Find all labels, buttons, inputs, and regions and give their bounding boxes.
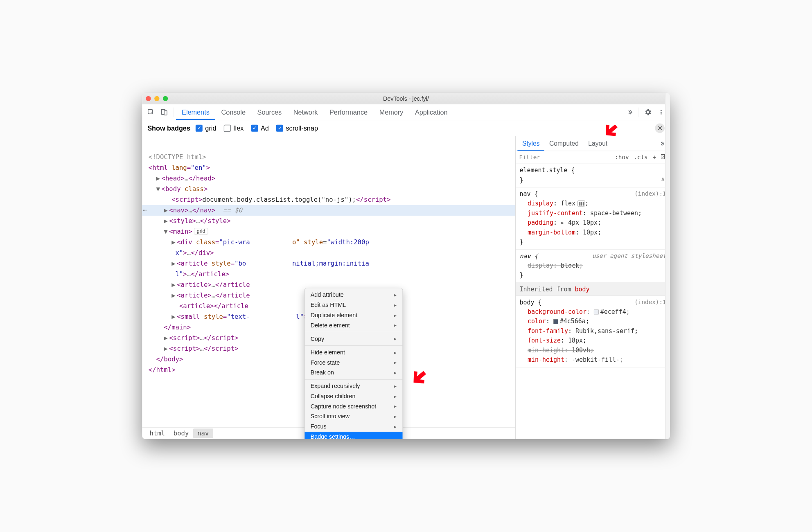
titlebar: DevTools - jec.fyi/ xyxy=(142,93,670,104)
svg-point-5 xyxy=(661,113,662,115)
tab-console[interactable]: Console xyxy=(215,104,251,120)
menu-item-duplicate-element[interactable]: Duplicate element xyxy=(304,310,402,320)
elements-panel: <!DOCTYPE html> <html lang="en"> ▶<head>… xyxy=(142,136,516,439)
badge-toggle-flex[interactable]: flex xyxy=(224,124,244,132)
menu-item-copy[interactable]: Copy xyxy=(304,334,402,344)
tab-application[interactable]: Application xyxy=(409,104,453,120)
more-tabs-icon[interactable] xyxy=(624,106,636,118)
cls-toggle[interactable]: .cls xyxy=(634,154,647,160)
inspect-element-icon[interactable] xyxy=(145,106,157,118)
menu-item-add-attribute[interactable]: Add attribute xyxy=(304,290,402,300)
menu-item-scroll-into-view[interactable]: Scroll into view xyxy=(304,412,402,422)
menu-item-force-state[interactable]: Force state xyxy=(304,358,402,368)
device-toggle-icon[interactable] xyxy=(158,106,170,118)
tab-sources[interactable]: Sources xyxy=(251,104,287,120)
devtools-window: DevTools - jec.fyi/ ElementsConsoleSourc… xyxy=(142,93,670,439)
hov-toggle[interactable]: :hov xyxy=(615,154,629,160)
menu-item-delete-element[interactable]: Delete element xyxy=(304,320,402,331)
badge-toggle-grid[interactable]: ✓grid xyxy=(196,124,216,132)
menu-item-expand-recursively[interactable]: Expand recursively xyxy=(304,381,402,391)
tabs: ElementsConsoleSourcesNetworkPerformance… xyxy=(176,104,623,120)
styles-sidebar: Styles Computed Layout :hov .cls + e xyxy=(516,136,670,439)
css-rule[interactable]: user agent stylesheetnav {display: block… xyxy=(516,250,670,283)
menu-item-break-on[interactable]: Break on xyxy=(304,367,402,378)
tab-elements[interactable]: Elements xyxy=(176,104,215,120)
menu-item-capture-node-screenshot[interactable]: Capture node screenshot xyxy=(304,401,402,412)
close-badge-bar-button[interactable]: ✕ xyxy=(655,123,664,133)
doctype-line: <!DOCTYPE html> xyxy=(149,153,206,160)
svg-point-3 xyxy=(661,110,662,111)
main-split: <!DOCTYPE html> <html lang="en"> ▶<head>… xyxy=(142,136,670,439)
tab-computed[interactable]: Computed xyxy=(544,136,583,151)
css-rule[interactable]: element.style {AA} xyxy=(516,164,670,187)
styles-filter-bar: :hov .cls + xyxy=(516,151,670,164)
annotation-arrow-icon xyxy=(601,121,620,140)
flex-layout-icon[interactable] xyxy=(577,201,585,206)
menu-item-badge-settings[interactable]: Badge settings… xyxy=(304,432,402,439)
crumb-nav[interactable]: nav xyxy=(193,428,213,438)
menu-item-edit-as-html[interactable]: Edit as HTML xyxy=(304,300,402,310)
css-rule[interactable]: (index):1body {background-color: #eceff4… xyxy=(516,296,670,367)
tab-memory[interactable]: Memory xyxy=(373,104,409,120)
badge-toggle-Ad[interactable]: ✓Ad xyxy=(251,124,269,132)
tab-styles[interactable]: Styles xyxy=(517,136,544,151)
crumb-body[interactable]: body xyxy=(169,428,193,438)
separator xyxy=(173,107,174,117)
main-tabbar: ElementsConsoleSourcesNetworkPerformance… xyxy=(142,104,670,120)
window-title: DevTools - jec.fyi/ xyxy=(142,95,670,102)
menu-item-collapse-children[interactable]: Collapse children xyxy=(304,391,402,401)
tab-network[interactable]: Network xyxy=(288,104,324,120)
styles-rules[interactable]: element.style {AA}(index):1nav {display:… xyxy=(516,164,670,439)
styles-tabbar: Styles Computed Layout xyxy=(516,136,670,151)
menu-item-hide-element[interactable]: Hide element xyxy=(304,347,402,358)
settings-gear-icon[interactable] xyxy=(642,106,654,118)
badge-toggle-scroll-snap[interactable]: ✓scroll-snap xyxy=(276,124,318,132)
svg-point-4 xyxy=(661,112,662,113)
styles-filter-input[interactable] xyxy=(516,154,611,160)
tab-performance[interactable]: Performance xyxy=(324,104,374,120)
badge-settings-bar: Show badges ✓gridflex✓Ad✓scroll-snap ✕ xyxy=(142,120,670,136)
selected-dom-row[interactable]: ▶<nav>…</nav> == $0 xyxy=(142,205,515,216)
menu-item-focus[interactable]: Focus xyxy=(304,422,402,432)
css-rule[interactable]: (index):1nav {display: flex;justify-cont… xyxy=(516,187,670,249)
annotation-arrow-icon xyxy=(408,367,428,388)
svg-rect-2 xyxy=(164,110,167,115)
context-menu: Add attributeEdit as HTMLDuplicate eleme… xyxy=(304,288,403,439)
new-rule-button[interactable]: + xyxy=(652,154,656,160)
inherited-from-header: Inherited from body xyxy=(516,283,670,296)
separator xyxy=(639,107,639,117)
badge-bar-label: Show badges xyxy=(147,124,190,132)
scrollbar[interactable] xyxy=(665,93,670,439)
grid-badge[interactable]: grid xyxy=(194,228,208,235)
crumb-html[interactable]: html xyxy=(145,428,169,438)
